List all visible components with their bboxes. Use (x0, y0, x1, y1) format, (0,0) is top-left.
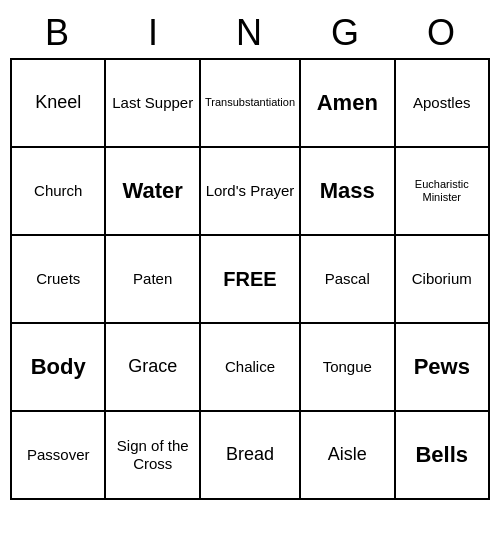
bingo-cell-r1-c1: Water (106, 148, 200, 236)
bingo-cell-r0-c4: Apostles (396, 60, 490, 148)
bingo-cell-r4-c3: Aisle (301, 412, 395, 500)
bingo-cell-r1-c2: Lord's Prayer (201, 148, 301, 236)
bingo-cell-r3-c0: Body (12, 324, 106, 412)
bingo-cell-r0-c1: Last Supper (106, 60, 200, 148)
bingo-cell-r4-c4: Bells (396, 412, 490, 500)
bingo-grid: KneelLast SupperTransubstantiationAmenAp… (10, 58, 490, 500)
bingo-cell-r0-c3: Amen (301, 60, 395, 148)
bingo-cell-r0-c0: Kneel (12, 60, 106, 148)
header-letter: N (202, 8, 298, 58)
bingo-cell-r4-c2: Bread (201, 412, 301, 500)
header-letter: O (394, 8, 490, 58)
bingo-cell-r1-c0: Church (12, 148, 106, 236)
bingo-cell-r1-c4: Eucharistic Minister (396, 148, 490, 236)
bingo-cell-r2-c3: Pascal (301, 236, 395, 324)
bingo-header: BINGO (10, 8, 490, 58)
bingo-cell-r3-c2: Chalice (201, 324, 301, 412)
bingo-cell-r0-c2: Transubstantiation (201, 60, 301, 148)
bingo-card: BINGO KneelLast SupperTransubstantiation… (10, 8, 490, 500)
bingo-cell-r1-c3: Mass (301, 148, 395, 236)
bingo-cell-r2-c1: Paten (106, 236, 200, 324)
bingo-cell-r4-c1: Sign of the Cross (106, 412, 200, 500)
bingo-cell-r3-c4: Pews (396, 324, 490, 412)
bingo-cell-r3-c3: Tongue (301, 324, 395, 412)
header-letter: B (10, 8, 106, 58)
header-letter: G (298, 8, 394, 58)
bingo-cell-r2-c2: FREE (201, 236, 301, 324)
header-letter: I (106, 8, 202, 58)
bingo-cell-r3-c1: Grace (106, 324, 200, 412)
bingo-cell-r2-c4: Ciborium (396, 236, 490, 324)
bingo-cell-r2-c0: Cruets (12, 236, 106, 324)
bingo-cell-r4-c0: Passover (12, 412, 106, 500)
